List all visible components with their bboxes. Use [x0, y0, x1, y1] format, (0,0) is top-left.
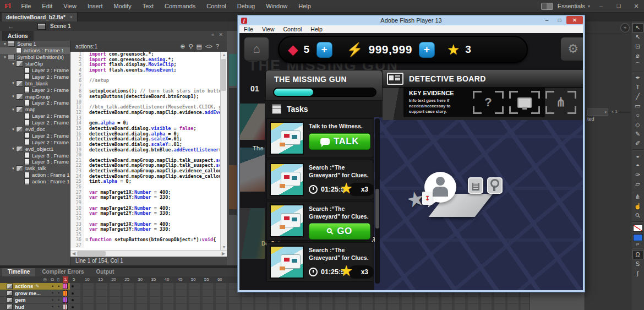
tree-item[interactable]: ▼btn_blank	[0, 80, 70, 86]
lock-dot[interactable]: •	[56, 284, 62, 289]
player-minimize-button[interactable]: –	[541, 16, 553, 24]
player-maximize-button[interactable]: □	[554, 16, 565, 24]
expander-icon[interactable]: ▼	[10, 147, 16, 150]
brush-tool[interactable]: ✐	[632, 139, 643, 148]
player-menu-control[interactable]: Control	[279, 26, 307, 32]
playhead-line[interactable]	[65, 276, 66, 310]
task-talk-button[interactable]: TALK	[309, 133, 370, 150]
bone-tool[interactable]: ⋔	[632, 192, 643, 202]
home-button[interactable]: ⌂	[244, 37, 269, 61]
tree-item[interactable]: ▼evd_doc	[0, 126, 70, 133]
tree-item[interactable]: Layer 3 : Frame 10	[0, 159, 70, 165]
script-editor[interactable]: 1import com.greensock.*;2import com.gree…	[70, 52, 220, 250]
lock-dot[interactable]: •	[56, 304, 62, 309]
tree-item[interactable]: Layer 2 : Frame 5	[0, 119, 70, 126]
oval-tool[interactable]: ○	[632, 111, 643, 120]
menu-window[interactable]: Window	[261, 1, 292, 11]
fill-color-swatch[interactable]	[633, 234, 643, 241]
tab-compiler-errors[interactable]: Compiler Errors	[36, 268, 89, 276]
tree-item[interactable]: Layer 2 : Frame 16	[0, 73, 70, 80]
layer-row[interactable]: gem••	[0, 297, 530, 304]
task-card[interactable]: Search :“The Graveyard” for Clues.01:25:…	[266, 160, 373, 199]
properties-dropdown[interactable]: ▾	[587, 108, 608, 116]
expander-icon[interactable]: ▼	[10, 62, 16, 66]
restore-button[interactable]: ❏	[612, 2, 625, 10]
tree-item[interactable]: Layer 2 : Frame 1	[0, 113, 70, 119]
find-icon[interactable]: ⚲	[189, 43, 193, 50]
expander-icon[interactable]: ▼	[2, 42, 8, 46]
swap-colors-icon[interactable]: ⇄	[633, 242, 643, 247]
tab-output[interactable]: Output	[91, 268, 120, 276]
stage-pasteboard[interactable]	[227, 31, 238, 265]
scroll-up-icon[interactable]: ▲	[221, 52, 227, 58]
add-gems-button[interactable]: +	[316, 42, 332, 58]
menu-text[interactable]: Text	[138, 1, 159, 11]
show-hide-layers-icon[interactable]: ◎	[43, 277, 47, 282]
scroll-down-icon[interactable]: ▼	[221, 244, 227, 250]
subselection-tool[interactable]: ↖	[632, 32, 643, 42]
map-pin-tag[interactable]: ↧	[422, 192, 433, 205]
help-icon[interactable]: ?	[216, 43, 219, 50]
flash-logo[interactable]: Fl	[0, 2, 17, 10]
free-transform-tool[interactable]: ⊡	[632, 42, 643, 51]
player-menu-view[interactable]: View	[258, 26, 279, 32]
document-tab[interactable]: detectiveBoard_b2.fla* ×	[2, 13, 78, 21]
tree-item[interactable]: Layer 2 : Frame 1	[0, 132, 70, 139]
lasso-tool[interactable]: ⌒	[632, 61, 643, 70]
menu-view[interactable]: View	[58, 1, 81, 11]
monitor-slot[interactable]	[509, 91, 540, 114]
tree-item[interactable]: Layer 3 : Frame 1	[0, 86, 70, 93]
code-format-icon[interactable]: <>	[205, 43, 212, 50]
menu-file[interactable]: File	[17, 1, 36, 11]
menu-modify[interactable]: Modify	[108, 1, 136, 11]
tree-item[interactable]: ▼task_talk	[0, 165, 70, 172]
visibility-dot[interactable]: •	[50, 297, 56, 303]
menu-commands[interactable]: Commands	[160, 1, 200, 11]
polystar-tool[interactable]: ◇	[632, 120, 643, 129]
minimize-button[interactable]: –	[594, 2, 608, 10]
layer-frames[interactable]	[70, 297, 530, 303]
key-evidence-button[interactable]	[487, 177, 503, 194]
panel-controls[interactable]: « ✕	[211, 32, 225, 37]
insert-target-path-icon[interactable]: ⊕	[180, 43, 185, 50]
ink-bottle-tool[interactable]: ◓	[632, 161, 643, 170]
add-energy-button[interactable]: +	[419, 42, 435, 58]
task-go-button[interactable]: ⚲GO	[309, 223, 370, 240]
expander-icon[interactable]: ▼	[10, 167, 16, 170]
task-card[interactable]: Search :“The Graveyard” for Clues.01:25:…	[266, 242, 373, 282]
layer-frames[interactable]	[70, 304, 530, 310]
menu-debug[interactable]: Debug	[232, 1, 260, 11]
menu-insert[interactable]: Insert	[83, 1, 108, 11]
straighten-option[interactable]: ʃ	[632, 269, 643, 278]
tree-item[interactable]: ▼mapGroup	[0, 93, 70, 100]
visibility-dot[interactable]: •	[50, 290, 56, 296]
workspace-switcher-icon[interactable]	[541, 3, 553, 10]
script-tab-label[interactable]: actions:1	[70, 43, 97, 50]
close-button[interactable]: ✕	[630, 2, 643, 11]
rectangle-tool[interactable]: ▭	[632, 101, 643, 111]
visibility-dot[interactable]: •	[50, 284, 56, 289]
visibility-dot[interactable]: •	[50, 304, 56, 309]
stroke-color-swatch[interactable]	[633, 225, 643, 232]
task-card[interactable]: Search :“The Graveyard” for Clues.⚲GO	[266, 201, 373, 241]
pen-tool[interactable]: ✒	[632, 73, 643, 83]
tree-item[interactable]: Layer 3 : Frame 1	[0, 152, 70, 159]
tree-item[interactable]: ▼starClip	[0, 61, 70, 67]
player-close-button[interactable]: ✕	[566, 16, 583, 24]
tab-close-icon[interactable]: ×	[70, 14, 73, 20]
task-card[interactable]: Talk to the Witness.TALK	[266, 118, 373, 158]
workspace-selector[interactable]: Essentials ▾	[558, 3, 590, 9]
tree-item[interactable]: ▼evd_object1	[0, 145, 70, 152]
tree-item[interactable]: Layer 2 : Frame 1	[0, 100, 70, 106]
selection-tool[interactable]: ↖	[632, 23, 643, 32]
tree-item[interactable]: Layer 2 : Frame 10	[0, 139, 70, 145]
lock-dot[interactable]: •	[56, 290, 62, 296]
3d-rotation-tool[interactable]: ⌀	[632, 51, 643, 61]
paint-bucket-tool[interactable]: ◒	[632, 151, 643, 161]
tab-timeline[interactable]: Timeline	[2, 268, 35, 276]
document-evidence-button[interactable]	[468, 177, 483, 194]
trowel-slot[interactable]: ⋔	[545, 91, 576, 114]
task-list-scrollbar[interactable]	[375, 118, 380, 284]
player-titlebar[interactable]: Adobe Flash Player 13 f – □ ✕	[238, 15, 585, 25]
line-tool[interactable]: ╱	[632, 92, 643, 101]
